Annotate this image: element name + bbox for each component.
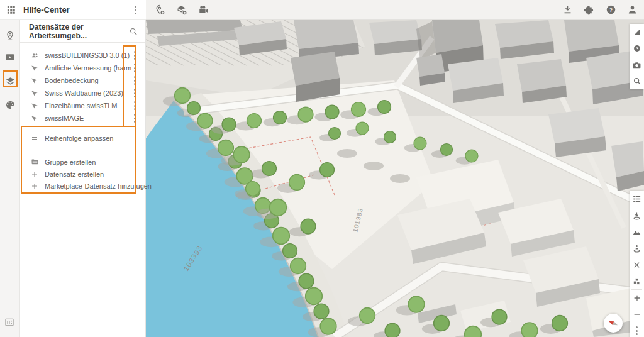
account-icon[interactable] <box>627 4 638 15</box>
dataset-row-einzelbaeume[interactable]: Einzelbäume swissTLM <box>20 99 145 112</box>
dataset-row-bodenbedeckung[interactable]: Bodenbedeckung <box>20 74 145 87</box>
binary-data-icon[interactable] <box>4 318 15 329</box>
drop-point-icon[interactable] <box>630 207 644 224</box>
workspace-menu-button[interactable] <box>131 4 140 16</box>
dataset-row-amtliche-vermessung[interactable]: Amtliche Vermessung (harm... <box>20 62 145 74</box>
add-marketplace-dataset-action[interactable]: Marketplace-Datensatz hinzufügen <box>20 180 145 192</box>
reorder-icon <box>30 135 39 142</box>
dataset-menu-button[interactable] <box>131 49 139 62</box>
shared-dataset-icon <box>30 77 39 84</box>
rail-item-location[interactable] <box>0 28 20 44</box>
map-top-toolbar: ? <box>146 0 644 20</box>
map-3d-scene[interactable]: 103393 101983 <box>146 20 644 337</box>
dataset-label: swissIMAGE <box>45 114 131 122</box>
apps-grid-icon[interactable] <box>6 5 16 14</box>
dataset-label: Bodenbedeckung <box>45 77 131 84</box>
dataset-label: Amtliche Vermessung (harm... <box>45 64 131 72</box>
dataset-row-swissbuildings3d[interactable]: swissBUILDINGS3D 3.0 (1) <box>20 49 145 62</box>
rail-item-styles[interactable] <box>0 97 20 113</box>
dataset-label: Einzelbäume swissTLM <box>45 102 131 109</box>
action-label: Reihenfolge anpassen <box>45 135 113 142</box>
objects-icon[interactable] <box>630 273 644 289</box>
action-label: Marketplace-Datensatz hinzufügen <box>45 182 152 190</box>
rail-item-layers[interactable] <box>0 73 20 89</box>
rail-item-media[interactable] <box>0 49 20 65</box>
map-top-toolbar-right: ? <box>562 4 638 16</box>
dataset-list: swissBUILDINGS3D 3.0 (1) Amtliche Vermes… <box>20 43 145 124</box>
top-bar: Hilfe-Center <box>0 0 644 20</box>
users-icon <box>30 52 39 60</box>
palette-icon <box>5 100 15 110</box>
dataset-menu-button[interactable] <box>131 112 139 124</box>
compass-needle-icon <box>606 316 620 330</box>
clock-icon[interactable] <box>630 40 644 57</box>
map-viewport: 103393 101983 <box>146 20 644 337</box>
shared-dataset-icon <box>30 64 39 72</box>
camera-icon[interactable] <box>630 57 644 73</box>
terrain-icon[interactable] <box>630 224 644 240</box>
action-label: Datensatz erstellen <box>45 170 104 178</box>
search-icon[interactable] <box>129 27 138 36</box>
dataset-label: Swiss Waldbäume (2023) <box>45 89 131 97</box>
compass-reset-button[interactable] <box>604 314 623 333</box>
left-icon-rail <box>0 20 20 337</box>
more-vertical-icon[interactable] <box>630 323 644 337</box>
folder-icon <box>30 158 39 166</box>
actions-divider <box>29 150 136 150</box>
measure-icon[interactable] <box>630 24 644 40</box>
workspace-title: Hilfe-Center <box>23 5 131 14</box>
plugin-icon[interactable] <box>584 4 595 16</box>
plus-icon <box>30 170 39 178</box>
map-side-toolbar-bottom <box>630 191 644 337</box>
shared-dataset-icon <box>30 102 39 109</box>
zoom-out-icon[interactable] <box>630 306 644 323</box>
video-icon <box>5 52 15 62</box>
layers-icon <box>5 76 16 87</box>
svg-text:?: ? <box>609 7 613 13</box>
legend-icon[interactable] <box>630 191 644 207</box>
dataset-row-swissimage[interactable]: swissIMAGE <box>20 112 145 124</box>
help-icon[interactable]: ? <box>606 4 616 15</box>
download-icon[interactable] <box>562 4 573 15</box>
create-group-action[interactable]: Gruppe erstellen <box>20 156 145 168</box>
reorder-action[interactable]: Reihenfolge anpassen <box>20 132 145 144</box>
dataset-menu-button[interactable] <box>131 99 139 112</box>
workspace-header: Hilfe-Center <box>0 0 146 20</box>
dataset-menu-button[interactable] <box>131 74 139 87</box>
map-side-toolbar-top <box>630 24 644 89</box>
action-label: Gruppe erstellen <box>45 158 96 166</box>
datasets-panel-title: Datensätze der Arbeitsumgeb... <box>29 23 129 40</box>
dataset-label: swissBUILDINGS3D 3.0 (1) <box>45 52 131 59</box>
zoom-in-icon[interactable] <box>630 290 644 306</box>
datasets-panel: Datensätze der Arbeitsumgeb... swissBUIL… <box>20 20 146 337</box>
zoom-search-icon[interactable] <box>630 73 644 89</box>
location-pin-icon <box>5 31 15 41</box>
create-dataset-action[interactable]: Datensatz erstellen <box>20 168 145 180</box>
layers-share-icon[interactable] <box>176 4 187 16</box>
dataset-row-swiss-waldbaeume[interactable]: Swiss Waldbäume (2023) <box>20 87 145 99</box>
video-camera-icon[interactable] <box>198 4 209 16</box>
close-icon[interactable] <box>630 257 644 273</box>
toolbar-kebab <box>633 324 641 337</box>
map-top-toolbar-left <box>155 4 209 16</box>
location-share-icon[interactable] <box>155 4 165 15</box>
shared-dataset-icon <box>30 114 39 122</box>
dataset-actions: Reihenfolge anpassen Gruppe erstellen Da… <box>20 132 145 192</box>
datasets-panel-header: Datensätze der Arbeitsumgeb... <box>20 20 145 43</box>
shared-dataset-icon <box>30 89 39 97</box>
dataset-menu-button[interactable] <box>131 62 139 74</box>
dataset-menu-button[interactable] <box>131 87 139 99</box>
street-view-icon[interactable] <box>630 240 644 257</box>
app-window: Hilfe-Center <box>0 0 644 337</box>
plus-icon <box>30 182 39 190</box>
